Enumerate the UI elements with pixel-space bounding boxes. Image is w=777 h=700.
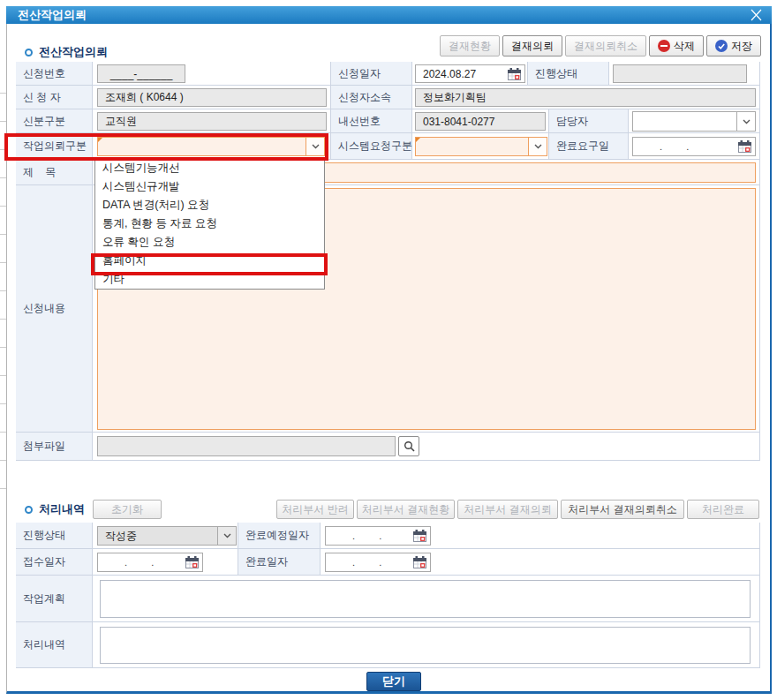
request-section-header: 전산작업의뢰 [25, 44, 108, 60]
delete-button[interactable]: 삭제 [649, 35, 704, 56]
work-request-type-select[interactable] [97, 137, 325, 156]
attachment-field [97, 436, 396, 456]
work-request-type-value [98, 138, 306, 155]
due-date-value: . . [640, 141, 695, 152]
manager-label: 담당자 [549, 109, 629, 133]
complete-date-label: 완료일자 [238, 549, 321, 576]
progress-field [613, 64, 747, 83]
due-date-field[interactable]: . . [632, 137, 756, 156]
chevron-down-icon[interactable] [528, 138, 547, 155]
process-progress-value: 작성중 [98, 527, 217, 545]
chevron-down-icon[interactable] [736, 112, 755, 131]
extension-field: 031-8041-0277 [415, 112, 546, 131]
process-section-title: 처리내역 [39, 501, 85, 517]
progress-label: 진행상태 [528, 62, 609, 86]
due-date-label: 완료요구일 [549, 133, 629, 160]
dropdown-option-error-check[interactable]: 오류 확인 요청 [95, 233, 324, 252]
reset-button[interactable]: 초기화 [93, 500, 162, 519]
dropdown-option-system-new[interactable]: 시스템신규개발 [95, 177, 324, 196]
extension-label: 내선번호 [331, 109, 412, 133]
calendar-icon[interactable] [738, 140, 751, 153]
background-artifact [0, 65, 6, 498]
search-icon [404, 440, 415, 452]
dropdown-option-homepage[interactable]: 홈페이지 [95, 252, 324, 270]
dept-approval-cancel-button[interactable]: 처리부서 결재의뢰취소 [561, 500, 684, 519]
applicant-dept-label: 신청자소속 [331, 86, 412, 109]
system-request-type-label: 시스템요청구분 [331, 133, 412, 160]
content-label: 신청내용 [16, 185, 93, 433]
expected-date-field[interactable]: . . [325, 526, 431, 546]
process-complete-button[interactable]: 처리완료 [687, 500, 759, 519]
dropdown-option-data-change[interactable]: DATA 변경(처리) 요청 [95, 196, 324, 215]
calendar-icon[interactable] [508, 68, 521, 80]
approval-request-cancel-button[interactable]: 결재의뢰취소 [565, 35, 646, 56]
identity-type-field: 교직원 [97, 112, 327, 131]
request-date-value: 2024.08.27 [423, 68, 476, 80]
receipt-date-value: . . [105, 557, 160, 568]
dept-approval-status-button[interactable]: 처리부서 결재현황 [357, 500, 455, 519]
chevron-down-icon[interactable] [217, 527, 236, 545]
dropdown-option-system-improve[interactable]: 시스템기능개선 [95, 159, 324, 177]
close-button[interactable]: 닫기 [366, 672, 421, 691]
approval-status-button[interactable]: 결재현황 [440, 35, 500, 56]
toolbar: 결재현황 결재의뢰 결재의뢰취소 삭제 저장 [440, 35, 761, 56]
work-plan-textarea[interactable] [100, 580, 751, 618]
subject-label: 제 목 [16, 160, 93, 185]
process-detail-textarea[interactable] [100, 627, 751, 664]
dialog-title: 전산작업의뢰 [18, 7, 87, 23]
section-bullet-icon [25, 49, 33, 56]
identity-type-label: 신분구분 [16, 109, 93, 133]
dialog-titlebar: 전산작업의뢰 [6, 6, 772, 24]
process-progress-select[interactable]: 작성중 [97, 526, 237, 546]
expected-date-label: 완료예정일자 [238, 523, 321, 549]
work-plan-label: 작업계획 [16, 576, 93, 622]
request-section-title: 전산작업의뢰 [39, 44, 108, 60]
section-bullet-icon [25, 506, 33, 514]
approval-request-button[interactable]: 결재의뢰 [502, 35, 562, 56]
system-request-type-value [416, 138, 528, 155]
process-progress-label: 진행상태 [16, 523, 93, 549]
work-request-type-label: 작업의뢰구분 [16, 133, 93, 160]
request-no-label: 신청번호 [16, 62, 93, 86]
request-date-label: 신청일자 [331, 62, 412, 86]
delete-minus-icon [658, 40, 670, 52]
process-section-header: 처리내역 [25, 501, 85, 517]
manager-select-value [633, 112, 736, 131]
save-button-label: 저장 [731, 39, 752, 54]
calendar-icon[interactable] [413, 556, 426, 568]
dropdown-option-etc[interactable]: 기타 [95, 270, 324, 289]
complete-date-field[interactable]: . . [325, 553, 431, 572]
calendar-icon[interactable] [185, 556, 199, 568]
applicant-field: 조재희 ( K0644 ) [97, 88, 327, 107]
dept-approval-request-button[interactable]: 처리부서 결재의뢰 [457, 500, 558, 519]
work-request-type-dropdown-list: 시스템기능개선 시스템신규개발 DATA 변경(처리) 요청 통계, 현황 등 … [94, 158, 325, 290]
expected-date-value: . . [333, 531, 388, 541]
delete-button-label: 삭제 [674, 39, 695, 54]
close-icon[interactable] [750, 9, 763, 21]
attachment-search-button[interactable] [398, 436, 419, 456]
request-date-field[interactable]: 2024.08.27 [415, 64, 525, 83]
complete-date-value: . . [333, 557, 388, 568]
save-button[interactable]: 저장 [706, 35, 761, 56]
save-check-icon [715, 40, 728, 52]
system-request-type-select[interactable] [415, 137, 547, 156]
receipt-date-field[interactable]: . . [97, 553, 203, 572]
applicant-label: 신 청 자 [16, 86, 93, 109]
process-detail-label: 처리내역 [16, 622, 93, 668]
calendar-icon[interactable] [413, 530, 426, 542]
chevron-down-icon[interactable] [306, 138, 324, 155]
manager-select[interactable] [632, 111, 756, 132]
attachment-label: 첨부파일 [16, 433, 93, 461]
receipt-date-label: 접수일자 [16, 549, 93, 576]
request-no-field: ____-______ [97, 64, 185, 83]
applicant-dept-field: 정보화기획팀 [415, 88, 756, 107]
dept-reject-button[interactable]: 처리부서 반려 [276, 500, 354, 519]
dropdown-option-statistics[interactable]: 통계, 현황 등 자료 요청 [95, 215, 324, 233]
